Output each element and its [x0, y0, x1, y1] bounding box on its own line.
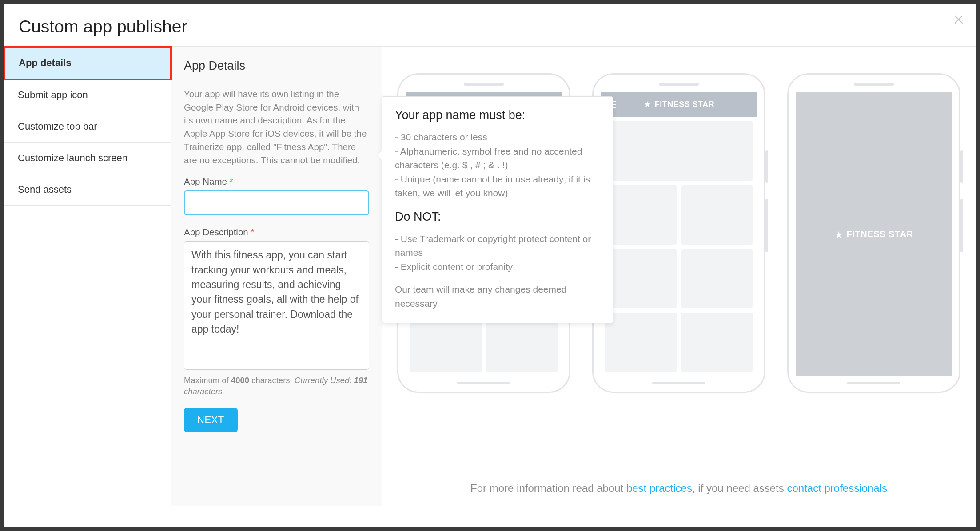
next-button[interactable]: NEXT: [184, 408, 238, 432]
content-row: App details Submit app icon Customize to…: [4, 46, 976, 506]
phone-home-bar: [457, 382, 510, 384]
phone-side-button: [960, 199, 963, 252]
required-asterisk: *: [230, 176, 233, 186]
popover-rule: - 30 characters or less: [395, 130, 600, 144]
preview-grid: [601, 117, 757, 376]
phone-speaker: [659, 83, 699, 86]
brand-label: FITNESS STAR: [655, 100, 715, 109]
form-intro-text: Your app will have its own listing in th…: [184, 87, 369, 166]
phone-home-bar: [847, 382, 900, 384]
close-icon[interactable]: [952, 12, 966, 27]
footer-info-line: For more information read about best pra…: [382, 482, 976, 495]
preview-panel: FITNESS STAR: [382, 47, 976, 506]
page-title: Custom app publisher: [4, 4, 976, 46]
svg-marker-4: [835, 231, 842, 238]
app-description-label-text: App Description: [184, 227, 248, 237]
phone-speaker: [854, 83, 894, 86]
grid-cell: [681, 249, 753, 309]
phone-side-button: [960, 150, 963, 183]
popover-rule: - Unique (name cannot be in use already;…: [395, 172, 600, 200]
form-heading: App Details: [184, 59, 369, 79]
grid-cell: [605, 121, 753, 181]
popover-heading-1: Your app name must be:: [395, 108, 600, 122]
sidebar-item-customize-launch-screen[interactable]: Customize launch screen: [4, 143, 171, 174]
app-description-textarea[interactable]: [184, 241, 369, 370]
app-name-rules-popover: Your app name must be: - 30 characters o…: [382, 96, 613, 323]
sidebar-item-app-details[interactable]: App details: [4, 46, 172, 80]
best-practices-link[interactable]: best practices: [626, 482, 692, 494]
form-panel: App Details Your app will have its own l…: [171, 47, 382, 506]
star-icon: [643, 100, 651, 108]
star-icon: [834, 230, 842, 238]
grid-cell: [605, 249, 677, 309]
phone-mock-3: FITNESS STAR: [787, 73, 960, 393]
sidebar-item-send-assets[interactable]: Send assets: [4, 174, 171, 206]
grid-cell: [605, 185, 677, 245]
app-header-bar: FITNESS STAR: [601, 92, 757, 117]
phone-mock-2: FITNESS STAR: [592, 73, 765, 393]
phone-side-button: [765, 199, 768, 252]
phone-screen: FITNESS STAR: [796, 92, 952, 376]
modal-frame: Custom app publisher App details Submit …: [0, 0, 980, 531]
contact-professionals-link[interactable]: contact professionals: [787, 482, 887, 494]
app-name-label-text: App Name: [184, 176, 227, 186]
splash-screen: FITNESS STAR: [796, 92, 952, 376]
app-description-label: App Description *: [184, 227, 369, 238]
svg-marker-3: [644, 101, 650, 107]
popover-rule: - Alphanumeric, symbol free and no accen…: [395, 144, 600, 172]
popover-dont: - Explicit content or profanity: [395, 260, 600, 274]
app-name-label: App Name *: [184, 176, 369, 187]
popover-dont: - Use Trademark or copyright protect con…: [395, 232, 600, 260]
app-name-input[interactable]: [184, 190, 369, 215]
popover-footnote: Our team will make any changes deemed ne…: [395, 282, 600, 310]
sidebar-item-submit-app-icon[interactable]: Submit app icon: [4, 79, 171, 111]
grid-cell: [681, 185, 753, 245]
grid-cell: [605, 313, 677, 372]
char-count-note: Maximum of 4000 characters. Currently Us…: [184, 375, 369, 397]
phone-side-button: [765, 150, 768, 183]
phone-home-bar: [652, 382, 705, 384]
sidebar-item-customize-top-bar[interactable]: Customize top bar: [4, 111, 171, 143]
wizard-sidebar: App details Submit app icon Customize to…: [4, 47, 171, 506]
popover-heading-2: Do NOT:: [395, 210, 600, 224]
brand-label: FITNESS STAR: [847, 229, 913, 239]
phone-screen: FITNESS STAR: [601, 92, 757, 376]
phone-speaker: [464, 83, 504, 86]
grid-cell: [681, 313, 753, 372]
required-asterisk: *: [251, 227, 254, 237]
